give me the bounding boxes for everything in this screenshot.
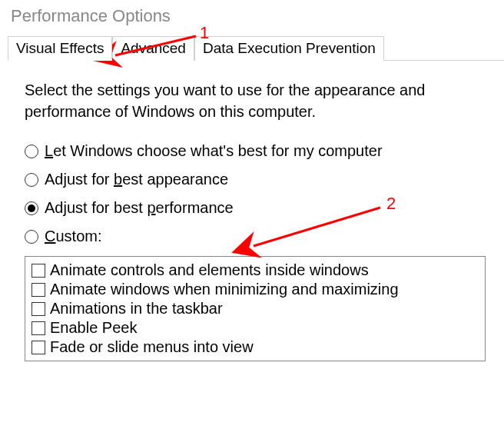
check-animate-controls[interactable]: Animate controls and elements inside win…: [32, 261, 479, 279]
radio-label: Adjust for best performance: [45, 199, 234, 217]
radio-label: Let Windows choose what's best for my co…: [45, 142, 383, 160]
tab-panel-visual-effects: Select the settings you want to use for …: [0, 61, 504, 369]
check-label: Animations in the taskbar: [50, 300, 223, 318]
checkbox-icon: [32, 302, 45, 316]
radio-label: Custom:: [45, 228, 101, 245]
check-label: Enable Peek: [50, 319, 137, 337]
radio-label: Adjust for best appearance: [45, 171, 228, 188]
checkbox-icon: [32, 264, 45, 278]
tab-strip: Visual Effects Advanced Data Execution P…: [8, 35, 504, 61]
check-fade-menus[interactable]: Fade or slide menus into view: [32, 338, 479, 356]
intro-text: Select the settings you want to use for …: [25, 79, 487, 122]
visual-effects-radio-group: Let Windows choose what's best for my co…: [25, 142, 487, 245]
check-label: Animate controls and elements inside win…: [50, 261, 369, 279]
check-animate-windows[interactable]: Animate windows when minimizing and maxi…: [32, 281, 479, 298]
checkbox-icon: [32, 283, 45, 297]
checkbox-icon: [32, 341, 45, 354]
check-label: Animate windows when minimizing and maxi…: [50, 281, 399, 298]
radio-best-performance[interactable]: Adjust for best performance: [25, 199, 487, 217]
tab-visual-effects[interactable]: Visual Effects: [8, 36, 112, 61]
checkbox-icon: [32, 321, 45, 335]
radio-let-windows-choose[interactable]: Let Windows choose what's best for my co…: [25, 142, 487, 160]
tab-advanced[interactable]: Advanced: [112, 36, 194, 61]
radio-best-appearance[interactable]: Adjust for best appearance: [25, 171, 487, 188]
tab-dep[interactable]: Data Execution Prevention: [194, 36, 384, 61]
radio-icon: [25, 230, 38, 244]
radio-icon: [25, 173, 38, 187]
radio-icon: [25, 145, 38, 158]
radio-icon: [25, 201, 38, 215]
window-title: Performance Options: [0, 0, 504, 35]
check-taskbar-animations[interactable]: Animations in the taskbar: [32, 300, 479, 318]
effects-checklist: Animate controls and elements inside win…: [25, 256, 486, 361]
radio-custom[interactable]: Custom:: [25, 228, 487, 245]
check-label: Fade or slide menus into view: [50, 338, 254, 356]
check-enable-peek[interactable]: Enable Peek: [32, 319, 479, 337]
